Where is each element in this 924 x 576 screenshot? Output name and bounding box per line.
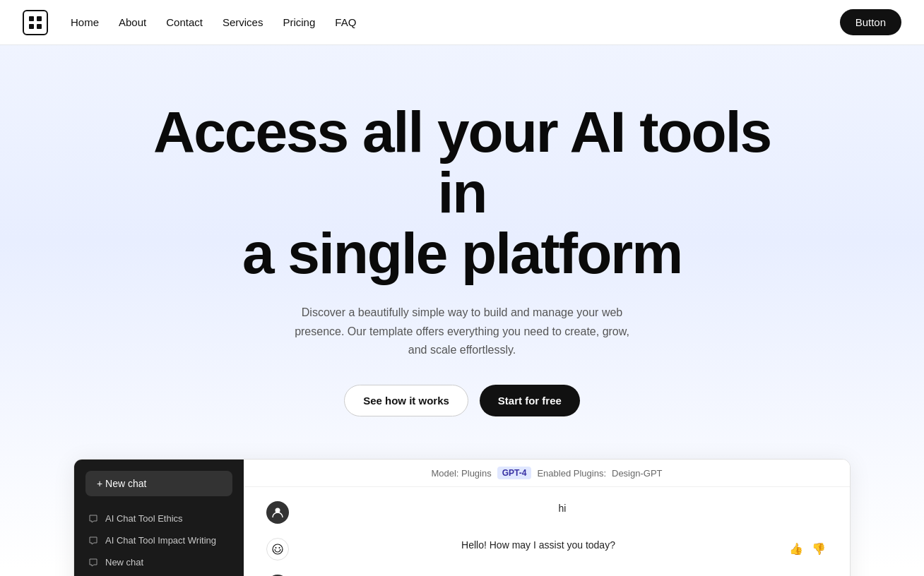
nav-cta-button[interactable]: Button	[840, 9, 901, 35]
svg-rect-3	[37, 24, 42, 29]
hero-headline: Access all your AI tools in a single pla…	[144, 102, 780, 284]
navbar: Home About Contact Services Pricing FAQ …	[0, 0, 924, 45]
enabled-label: Enabled Plugins:	[537, 468, 606, 479]
logo[interactable]	[23, 10, 48, 35]
chat-header: Model: Plugins GPT-4 Enabled Plugins: De…	[244, 460, 850, 487]
chat-preview: + New chat AI Chat Tool Ethics AI Chat T…	[73, 459, 851, 576]
svg-point-6	[276, 547, 277, 548]
nav-services[interactable]: Services	[223, 16, 263, 28]
nav-pricing[interactable]: Pricing	[283, 16, 315, 28]
message-2: Hello! How may I assist you today? 👍 👎	[266, 538, 827, 560]
nav-contact[interactable]: Contact	[166, 16, 203, 28]
history-item-3[interactable]: New chat	[85, 551, 232, 573]
history-item-2[interactable]: AI Chat Tool Impact Writing	[85, 529, 232, 551]
message-2-text: Hello! How may I assist you today?	[297, 538, 779, 553]
thumbs-up-button[interactable]: 👍	[788, 541, 805, 557]
nav-faq[interactable]: FAQ	[335, 16, 356, 28]
hero-section: Access all your AI tools in a single pla…	[0, 45, 924, 576]
thumbs-down-button[interactable]: 👎	[810, 541, 827, 557]
user-avatar-1	[266, 501, 289, 524]
see-how-it-works-button[interactable]: See how it works	[344, 385, 468, 416]
history-item-1[interactable]: AI Chat Tool Ethics	[85, 508, 232, 529]
chat-main: Model: Plugins GPT-4 Enabled Plugins: De…	[244, 460, 850, 576]
svg-point-7	[279, 547, 280, 548]
svg-point-5	[273, 544, 283, 554]
svg-rect-1	[37, 16, 42, 21]
nav-about[interactable]: About	[119, 16, 146, 28]
new-chat-button[interactable]: + New chat	[85, 471, 232, 496]
hero-buttons: See how it works Start for free	[28, 385, 896, 416]
hero-subtitle: Discover a beautifully simple way to bui…	[292, 304, 632, 359]
start-for-free-button[interactable]: Start for free	[480, 385, 580, 416]
nav-links: Home About Contact Services Pricing FAQ	[71, 16, 840, 28]
message-1-text: hi	[297, 501, 827, 516]
message-1-content: hi	[297, 501, 827, 516]
ai-avatar-1	[266, 538, 289, 560]
message-1: hi	[266, 501, 827, 524]
svg-rect-2	[29, 24, 34, 29]
model-label: Model: Plugins	[431, 468, 491, 479]
nav-home[interactable]: Home	[71, 16, 99, 28]
message-2-content: Hello! How may I assist you today?	[297, 538, 779, 553]
chat-messages: hi Hello! How may I assist you	[244, 487, 850, 576]
svg-rect-0	[29, 16, 34, 21]
plugin-name: Design-GPT	[612, 468, 663, 479]
message-2-actions: 👍 👎	[788, 538, 827, 557]
plugin-badge: GPT-4	[497, 467, 532, 479]
chat-sidebar: + New chat AI Chat Tool Ethics AI Chat T…	[74, 460, 244, 576]
